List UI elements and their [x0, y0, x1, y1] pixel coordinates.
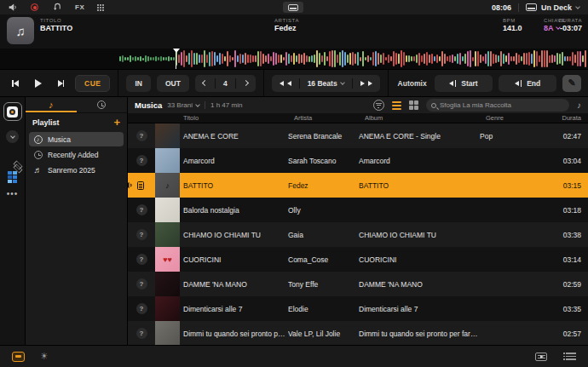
edit-automix-button[interactable]: ✎ [562, 75, 581, 92]
track-artwork-thumb[interactable]: ♫ [7, 17, 34, 44]
filter-icon[interactable] [373, 100, 384, 111]
cell-duration: 03:14 [554, 255, 588, 264]
previous-track-button[interactable] [7, 75, 24, 92]
column-album[interactable]: Album [365, 114, 486, 122]
playhead-marker [176, 49, 176, 69]
column-artist[interactable]: Artista [294, 114, 365, 122]
waveform-bars [119, 49, 588, 68]
loop-out-button[interactable]: OUT [157, 75, 189, 92]
table-row[interactable]: ? Amarcord Sarah Toscano Amarcord 03:04 [128, 148, 588, 173]
automix-end-button[interactable]: End [499, 75, 556, 92]
deck-mode-label: Un Deck [541, 3, 572, 12]
deck-view-toggle[interactable] [283, 2, 303, 13]
cell-duration: 03:04 [554, 157, 588, 165]
search-input[interactable] [440, 101, 564, 109]
playlist-item[interactable]: ♪ Musica [29, 132, 124, 146]
source-library-selected[interactable] [3, 102, 22, 121]
source-beatsource-button[interactable] [8, 171, 17, 183]
queue-icon[interactable] [535, 353, 547, 361]
album-art [155, 123, 180, 148]
loop-icon[interactable] [53, 3, 75, 12]
djay-app-window: FX 08:06 Un Deck ♫ TITOLO BATTITO ARTIST… [0, 0, 588, 367]
table-row[interactable]: ? DAMME 'NA MANO Tony Effe DAMME 'NA MAN… [128, 272, 588, 296]
loop-decrease-button[interactable] [195, 81, 215, 85]
column-title[interactable]: Titolo [183, 114, 294, 122]
total-duration: 1 h 47 min [210, 101, 242, 109]
cell-artist: Coma_Cose [288, 255, 359, 264]
row-status: ? [128, 328, 155, 339]
record-icon[interactable] [31, 3, 53, 11]
cell-album: DAMME 'NA MANO [359, 280, 480, 289]
play-button[interactable] [30, 75, 47, 92]
brightness-icon[interactable]: ☀ [40, 351, 49, 362]
collapse-sources-button[interactable] [6, 130, 19, 143]
more-sources-button[interactable]: ••• [7, 192, 19, 196]
speaker-icon[interactable] [9, 3, 31, 12]
bottom-bar: ☀ [0, 345, 588, 367]
library-box-icon[interactable] [12, 352, 25, 362]
table-row[interactable]: ? Dimmi tu quando sei pronto per... Vale… [128, 321, 588, 345]
list-icon[interactable] [566, 353, 576, 360]
fx-icon[interactable]: FX [75, 3, 97, 11]
playlist-item-icon: ♬ [33, 165, 43, 175]
track-count[interactable]: 33 Brani [167, 101, 199, 109]
playlist-item-icon [33, 151, 43, 159]
table-row[interactable]: ? ANEMA E CORE Serena Brancale ANEMA E C… [128, 123, 588, 148]
table-row[interactable]: ? Dimenticarsi alle 7 Elodie Dimenticars… [128, 296, 588, 321]
column-genre[interactable]: Genre [486, 114, 554, 122]
search-icon [431, 103, 436, 108]
tab-history[interactable] [77, 97, 128, 112]
beat-jump-forward-button[interactable] [353, 81, 380, 86]
row-status: ? [128, 278, 155, 290]
table-row[interactable]: ? ♥♥ CUORICINI Coma_Cose CUORICINI 03:14 [128, 247, 588, 272]
bpm-label: BPM [503, 18, 522, 23]
cell-title: ANEMA E CORE [180, 132, 288, 140]
grid-view-button[interactable] [409, 100, 419, 111]
playlist-item[interactable]: Recently Added [29, 147, 124, 162]
automix-start-button[interactable]: Start [435, 75, 493, 92]
column-duration[interactable]: Durata [554, 114, 588, 122]
library-title: Musica [135, 100, 162, 110]
deck-mode-selector[interactable]: Un Deck [526, 3, 579, 12]
next-track-button[interactable] [53, 75, 70, 92]
chevron-down-icon [10, 134, 15, 139]
cell-title: Dimenticarsi alle 7 [180, 305, 288, 313]
clock-icon [97, 100, 106, 109]
top-toolbar: FX 08:06 Un Deck [0, 0, 588, 14]
pads-grid-icon[interactable] [97, 4, 119, 11]
waveform-overview[interactable] [0, 49, 588, 69]
row-status: ? [128, 204, 155, 215]
cell-album: ANEMA E CORE - Single [359, 132, 480, 140]
transport-divider [263, 70, 264, 96]
cell-album: CUORICINI [359, 255, 480, 264]
bpm-value[interactable]: 141.0 [503, 24, 522, 32]
cell-album: Dimmi tu quando sei pronto per fare l'..… [359, 330, 480, 338]
toolbar-divider [518, 3, 519, 12]
add-playlist-button[interactable]: + [113, 118, 120, 127]
new-playlist-icon[interactable]: ♪ [577, 100, 581, 110]
cell-title: BATTITO [180, 181, 288, 190]
list-view-button[interactable] [392, 101, 401, 110]
cell-duration: 02:57 [554, 330, 588, 338]
table-row[interactable]: ? CHIAMO IO CHIAMI TU Gaia CHIAMO IO CHI… [128, 222, 588, 247]
cell-artist: Gaia [288, 231, 359, 239]
loop-length-value[interactable]: 4 [216, 79, 235, 88]
beat-jump-length[interactable]: 16 Beats [300, 79, 352, 88]
beat-jump-back-button[interactable] [272, 81, 299, 86]
deck-icon [526, 3, 537, 11]
table-row[interactable]: ? Balorda nostalgia Olly 03:18 [128, 198, 588, 222]
beat-jump-control: 16 Beats [272, 75, 380, 92]
table-row[interactable]: ♪ BATTITO Fedez BATTITO 03:15 [128, 173, 588, 198]
question-icon: ? [136, 254, 147, 265]
table-header: Titolo Artista Album Genre Durata [128, 113, 588, 123]
active-tab-underline [26, 111, 77, 112]
cell-duration: 03:18 [554, 206, 588, 215]
playlist-item[interactable]: ♬ Sanremo 2025 [29, 163, 124, 177]
cue-button[interactable]: CUE [75, 75, 110, 92]
cell-artist: Serena Brancale [288, 132, 359, 140]
loop-in-button[interactable]: IN [126, 75, 151, 92]
loop-increase-button[interactable] [236, 81, 256, 85]
pencil-icon: ✎ [568, 77, 575, 89]
playlist-list: ♪ Musica Recently Added ♬ Sanremo 2025 [26, 130, 127, 179]
cell-duration: 02:59 [554, 280, 588, 289]
